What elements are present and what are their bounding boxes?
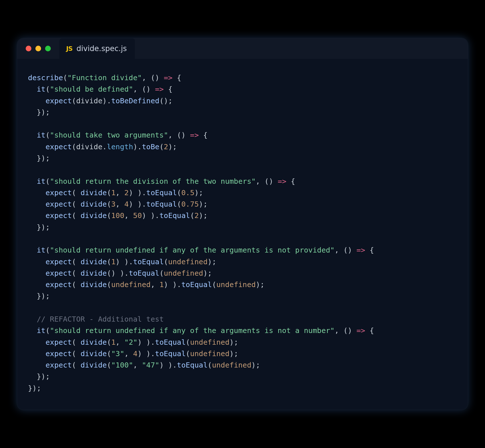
- length-prop: length: [107, 142, 133, 151]
- expect-call: expect: [45, 211, 72, 220]
- divide-call: divide: [80, 280, 107, 289]
- it1-label: "should be defined": [50, 85, 133, 93]
- arrow-token: =>: [155, 85, 164, 93]
- js-file-icon: JS: [66, 45, 72, 52]
- close-window-button[interactable]: [26, 46, 31, 51]
- expect-call: expect: [45, 280, 72, 289]
- arrow-token: =>: [356, 246, 365, 254]
- number-literal: 3: [111, 200, 116, 208]
- title-bar: JS divide.spec.js: [17, 38, 468, 59]
- editor-window: JS divide.spec.js describe("Function div…: [17, 38, 468, 410]
- describe-call: describe: [28, 73, 63, 82]
- undefined-literal: undefined: [190, 349, 229, 358]
- undefined-literal: undefined: [168, 257, 207, 266]
- toequal-call: toEqual: [146, 200, 177, 208]
- toequal-call: toEqual: [177, 361, 207, 369]
- divide-call: divide: [80, 349, 107, 358]
- it2-label: "should take two arguments": [50, 131, 168, 139]
- it-call: it: [37, 326, 46, 335]
- it-call: it: [37, 131, 46, 139]
- number-literal: 2: [164, 142, 168, 151]
- zoom-window-button[interactable]: [45, 46, 51, 51]
- string-literal: "2": [124, 338, 138, 346]
- expect-call: expect: [45, 200, 72, 208]
- undefined-literal: undefined: [164, 269, 203, 277]
- string-literal: "100": [111, 361, 133, 369]
- expect-call: expect: [45, 361, 72, 369]
- tobedefined-call: toBeDefined: [111, 96, 159, 105]
- it-call: it: [37, 85, 46, 93]
- tobe-call: toBe: [142, 142, 159, 151]
- number-literal: 2: [195, 211, 199, 220]
- toequal-call: toEqual: [159, 211, 190, 220]
- number-literal: 1: [111, 257, 116, 266]
- number-literal: 4: [124, 200, 129, 208]
- undefined-literal: undefined: [216, 280, 256, 289]
- divide-call: divide: [80, 200, 107, 208]
- describe-label: "Function divide": [67, 73, 142, 82]
- expect-call: expect: [45, 142, 72, 151]
- undefined-literal: undefined: [212, 361, 251, 369]
- divide-call: divide: [80, 257, 107, 266]
- divide-call: divide: [80, 361, 107, 369]
- expect-call: expect: [45, 269, 72, 277]
- expect-call: expect: [45, 257, 72, 266]
- toequal-call: toEqual: [155, 338, 185, 346]
- number-literal: 4: [133, 349, 138, 358]
- it-call: it: [37, 177, 46, 185]
- it3-label: "should return the division of the two n…: [50, 177, 256, 185]
- toequal-call: toEqual: [146, 188, 177, 197]
- divide-ident: divide: [76, 96, 102, 105]
- toequal-call: toEqual: [155, 349, 185, 358]
- tab-filename: divide.spec.js: [76, 44, 127, 53]
- it-call: it: [37, 246, 46, 254]
- number-literal: 100: [111, 211, 124, 220]
- expect-call: expect: [45, 338, 72, 346]
- string-literal: "47": [142, 361, 159, 369]
- comment-refactor: // REFACTOR - Additional test: [37, 315, 164, 323]
- it5-label: "should return undefined if any of the a…: [50, 326, 335, 335]
- minimize-window-button[interactable]: [35, 46, 41, 51]
- toequal-call: toEqual: [129, 269, 159, 277]
- undefined-literal: undefined: [190, 338, 229, 346]
- it4-label: "should return undefined if any of the a…: [50, 246, 335, 254]
- number-literal: 0.5: [181, 188, 194, 197]
- arrow-token: =>: [190, 131, 199, 139]
- divide-call: divide: [80, 338, 107, 346]
- arrow-token: =>: [164, 73, 173, 82]
- file-tab[interactable]: JS divide.spec.js: [59, 38, 135, 59]
- number-literal: 50: [133, 211, 142, 220]
- divide-call: divide: [80, 188, 107, 197]
- number-literal: 1: [111, 338, 116, 346]
- string-literal: "3": [111, 349, 124, 358]
- traffic-lights: [26, 46, 51, 51]
- expect-call: expect: [45, 188, 72, 197]
- arrow-token: =>: [278, 177, 286, 185]
- number-literal: 2: [124, 188, 129, 197]
- arrow-token: =>: [356, 326, 365, 335]
- divide-call: divide: [80, 269, 107, 277]
- number-literal: 1: [111, 188, 116, 197]
- toequal-call: toEqual: [181, 280, 212, 289]
- expect-call: expect: [45, 96, 72, 105]
- divide-ident: divide: [76, 142, 102, 151]
- divide-call: divide: [80, 211, 107, 220]
- code-editor[interactable]: describe("Function divide", () => { it("…: [17, 59, 468, 410]
- undefined-literal: undefined: [111, 280, 151, 289]
- number-literal: 1: [159, 280, 164, 289]
- toequal-call: toEqual: [133, 257, 164, 266]
- expect-call: expect: [45, 349, 72, 358]
- number-literal: 0.75: [181, 200, 199, 208]
